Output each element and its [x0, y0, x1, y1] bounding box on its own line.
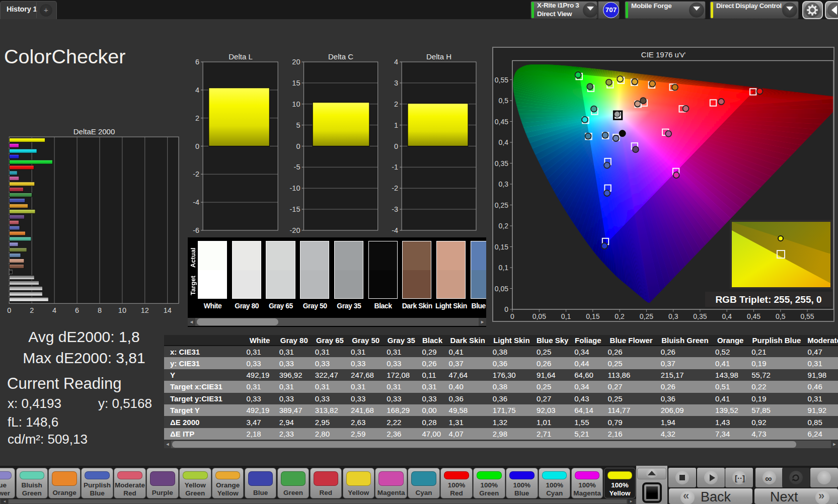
svg-text:0,1: 0,1	[561, 312, 571, 320]
svg-text:0,45: 0,45	[495, 118, 508, 126]
svg-text:CIE 1976 u'v': CIE 1976 u'v'	[641, 50, 685, 59]
svg-text:4: 4	[52, 306, 56, 314]
svg-text:2: 2	[30, 306, 34, 314]
svg-text:0: 0	[510, 312, 514, 320]
svg-text:-2: -2	[392, 184, 398, 192]
svg-text:-5: -5	[294, 163, 300, 171]
svg-text:0,5: 0,5	[499, 97, 509, 105]
svg-text:0,45: 0,45	[747, 312, 760, 320]
svg-text:Delta L: Delta L	[228, 52, 253, 61]
svg-text:20: 20	[292, 58, 300, 66]
svg-text:14: 14	[164, 306, 172, 314]
svg-text:4: 4	[195, 86, 199, 94]
svg-text:0,25: 0,25	[495, 201, 508, 209]
svg-text:0,3: 0,3	[499, 180, 509, 188]
svg-text:0: 0	[504, 305, 508, 313]
svg-text:0: 0	[296, 142, 300, 150]
svg-text:0: 0	[7, 306, 11, 314]
svg-text:10: 10	[292, 100, 300, 108]
svg-text:0,15: 0,15	[495, 243, 508, 251]
svg-text:0,2: 0,2	[615, 312, 625, 320]
svg-text:0,25: 0,25	[640, 312, 653, 320]
svg-text:0,3: 0,3	[668, 312, 678, 320]
svg-text:-6: -6	[193, 226, 199, 234]
svg-text:Delta H: Delta H	[426, 52, 451, 61]
svg-text:0,05: 0,05	[532, 312, 546, 320]
svg-text:10: 10	[118, 306, 126, 314]
svg-text:0: 0	[394, 142, 398, 150]
svg-text:2: 2	[394, 100, 398, 108]
svg-text:-4: -4	[193, 198, 199, 206]
svg-text:0,35: 0,35	[693, 312, 707, 320]
svg-text:6: 6	[195, 58, 199, 66]
svg-text:RGB Triplet: 255, 255, 0: RGB Triplet: 255, 255, 0	[715, 294, 821, 305]
svg-text:6: 6	[75, 306, 79, 314]
svg-text:-10: -10	[290, 184, 300, 192]
svg-text:-3: -3	[392, 205, 398, 213]
svg-text:-20: -20	[290, 226, 300, 234]
svg-text:Delta C: Delta C	[328, 52, 353, 61]
svg-text:0,05: 0,05	[495, 285, 508, 293]
svg-text:0,15: 0,15	[586, 312, 599, 320]
svg-text:3: 3	[394, 79, 398, 87]
svg-text:-2: -2	[193, 170, 199, 178]
svg-text:5: 5	[296, 121, 300, 129]
svg-text:DeltaE 2000: DeltaE 2000	[73, 127, 115, 136]
svg-text:4: 4	[394, 58, 398, 66]
svg-text:0,4: 0,4	[499, 138, 509, 146]
svg-text:0: 0	[195, 142, 199, 150]
svg-text:0,1: 0,1	[499, 264, 509, 272]
svg-text:0,2: 0,2	[499, 222, 509, 230]
svg-text:0,5: 0,5	[776, 312, 786, 320]
svg-text:-15: -15	[290, 205, 300, 213]
svg-text:2: 2	[195, 114, 199, 122]
svg-text:8: 8	[98, 306, 102, 314]
svg-text:0,55: 0,55	[800, 312, 814, 320]
svg-text:0,55: 0,55	[495, 76, 508, 84]
svg-text:12: 12	[141, 306, 149, 314]
svg-text:1: 1	[394, 121, 398, 129]
svg-text:-4: -4	[392, 226, 398, 234]
svg-text:15: 15	[292, 79, 300, 87]
svg-text:0,4: 0,4	[722, 312, 732, 320]
svg-text:0,35: 0,35	[495, 159, 508, 167]
svg-text:-1: -1	[392, 163, 398, 171]
